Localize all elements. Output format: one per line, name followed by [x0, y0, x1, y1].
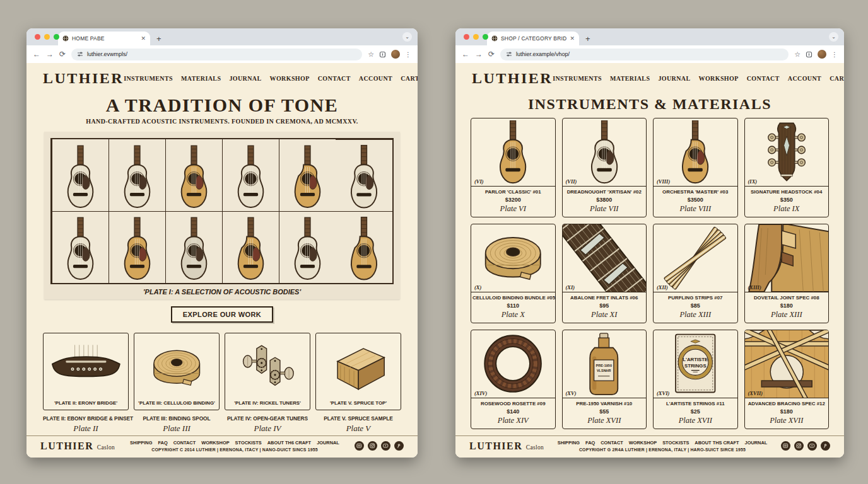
- reload-icon[interactable]: ⟳: [59, 50, 66, 58]
- product-plate: Plate XIV: [472, 416, 554, 425]
- browser-toolbar: ← → ⟳ luthier.example/vhop/ ☆ ⋮: [455, 45, 844, 63]
- nav-item[interactable]: JOURNAL: [229, 75, 261, 82]
- new-tab-icon[interactable]: +: [585, 34, 590, 45]
- title-bar: SHOP / CATEGORY BRID ✕ + ⌄: [455, 28, 844, 45]
- footer-link[interactable]: WORKSHOP: [201, 440, 229, 446]
- nav-item[interactable]: MATERIALS: [610, 75, 650, 82]
- plate-illustration: [134, 333, 219, 398]
- bookmark-star-icon[interactable]: ☆: [368, 50, 374, 59]
- close-window-button[interactable]: [464, 34, 469, 40]
- footer-link[interactable]: CONTACT: [173, 440, 196, 446]
- product-card[interactable]: (XIV) ROSEWOOD ROSETTE #09 $140 Plate XI…: [471, 330, 556, 429]
- nav-item[interactable]: CONTACT: [318, 75, 351, 82]
- forward-icon[interactable]: →: [475, 50, 483, 58]
- menu-dots-icon[interactable]: ⋮: [405, 51, 411, 58]
- nav-item[interactable]: ACCOUNT: [788, 75, 821, 82]
- footer-link[interactable]: WORKSHOP: [629, 440, 657, 446]
- minimize-window-button[interactable]: [473, 34, 479, 40]
- product-roman-tag: (VIII): [657, 178, 670, 185]
- nav-item[interactable]: WORKSHOP: [699, 75, 739, 82]
- forward-icon[interactable]: →: [46, 50, 54, 58]
- footer-link[interactable]: CONTACT: [601, 440, 623, 446]
- new-tab-icon[interactable]: +: [156, 34, 161, 45]
- footer-link[interactable]: FAQ: [585, 440, 595, 446]
- product-card[interactable]: (X) CELLULOID BINDING BUNDLE #05 $110 Pl…: [471, 224, 556, 323]
- bookmark-star-icon[interactable]: ☆: [794, 50, 801, 59]
- product-card[interactable]: L'ARTISTESTRINGS (XVI) L'ARTISTE STRINGS…: [653, 330, 738, 429]
- product-card[interactable]: (VII) DREADNOUGHT 'XRTISAN' #02 $3800 Pl…: [562, 118, 647, 217]
- extensions-icon[interactable]: [379, 51, 386, 58]
- instagram-icon[interactable]: [794, 441, 804, 451]
- product-card[interactable]: (VI) PARLOR 'CLASSIC' #01 $3200 Plate VI: [471, 118, 556, 217]
- site-logo[interactable]: LUTHIER: [43, 70, 124, 87]
- back-icon[interactable]: ←: [33, 50, 40, 58]
- youtube-icon[interactable]: [807, 441, 817, 451]
- back-icon[interactable]: ←: [462, 50, 469, 58]
- pinterest-icon[interactable]: [821, 441, 830, 451]
- product-card[interactable]: (XIII) DOVETAIL JOINT SPEC #08 $180 Plat…: [744, 224, 830, 323]
- plate-card[interactable]: 'PLATE V. SPRUCE TOP' PLATE V. SPRUCE SA…: [315, 333, 401, 434]
- nav-item[interactable]: INSTRUMENTS: [124, 75, 173, 82]
- zoom-window-button[interactable]: [483, 34, 488, 40]
- url-bar[interactable]: luthier.example/vhop/: [500, 49, 789, 60]
- product-card[interactable]: (IX) SIGNATURE HEADSTOCK #04 $350 Plate …: [744, 118, 830, 217]
- site-logo[interactable]: LUTHIER: [472, 70, 553, 87]
- product-card[interactable]: (XVII) ADVANCED BRACING SPEC #12 $180 Pl…: [744, 330, 830, 429]
- plate-roman: Plate V: [315, 424, 401, 434]
- footer-link[interactable]: FAQ: [158, 440, 167, 446]
- nav-item[interactable]: CART: [401, 75, 418, 82]
- product-card[interactable]: PRE-1950VLSNHR (XV) PRE-1950 VARNISH #10…: [562, 330, 647, 429]
- browser-tab[interactable]: SHOP / CATEGORY BRID ✕: [487, 32, 579, 45]
- product-price: $180: [746, 302, 828, 309]
- product-plate: Plate VII: [564, 204, 645, 214]
- tab-search-chevron-icon[interactable]: ⌄: [829, 32, 838, 42]
- mail-icon[interactable]: [781, 441, 790, 451]
- footer-link[interactable]: ABOUT THS CRAFT: [695, 440, 739, 446]
- tab-title: SHOP / CATEGORY BRID: [501, 35, 566, 42]
- plate-card[interactable]: 'PLATE IV: RICKEL TUNERS' PLATE IV: OPEN…: [225, 333, 310, 434]
- youtube-icon[interactable]: [381, 441, 390, 451]
- mail-icon[interactable]: [355, 441, 364, 451]
- footer-link[interactable]: JOURNAL: [317, 440, 339, 446]
- footer-link[interactable]: STOCKISTS: [662, 440, 689, 446]
- browser-tab[interactable]: HOME PABE ✕: [58, 32, 150, 45]
- footer-link[interactable]: ABOUT TH6 CRAFT: [267, 440, 311, 446]
- footer-brand-sub: Caslon: [97, 444, 115, 451]
- menu-dots-icon[interactable]: ⋮: [831, 51, 838, 58]
- product-card[interactable]: (VIII) ORCHESTRA 'MASTER' #03 $3500 Plat…: [653, 118, 738, 217]
- footer-link[interactable]: SHIPPING: [558, 440, 580, 446]
- explore-button[interactable]: EXPLORE OUR WORK: [171, 306, 273, 323]
- product-card[interactable]: (XII) PURFLING STRIPS #07 $85 Plate XIII: [653, 224, 738, 323]
- product-name: PRE-1950 VARNISH #10: [564, 401, 645, 406]
- tab-search-chevron-icon[interactable]: ⌄: [402, 32, 412, 42]
- plate-card[interactable]: 'PLATE II: ERONY BRIDGE' PLATE II: EBONY…: [43, 333, 129, 434]
- nav-item[interactable]: INSTRUMENTS: [553, 75, 602, 82]
- avatar[interactable]: [818, 50, 826, 59]
- product-card[interactable]: (XI) ABALONE FRET INLATS #06 $95 Plate X…: [562, 224, 647, 323]
- footer-link[interactable]: STOCKISTS: [235, 440, 262, 446]
- footer-link[interactable]: JOURNAL: [745, 440, 768, 446]
- product-grid: (VI) PARLOR 'CLASSIC' #01 $3200 Plate VI: [471, 118, 829, 429]
- plate-roman: Plate IV: [225, 424, 310, 434]
- reload-icon[interactable]: ⟳: [488, 50, 495, 58]
- social-icons: [355, 441, 404, 451]
- nav-item[interactable]: CART: [830, 75, 844, 82]
- zoom-window-button[interactable]: [54, 34, 59, 40]
- tab-close-icon[interactable]: ✕: [141, 35, 146, 42]
- instagram-icon[interactable]: [368, 441, 377, 451]
- tab-close-icon[interactable]: ✕: [570, 35, 575, 42]
- pinterest-icon[interactable]: [394, 441, 404, 451]
- avatar[interactable]: [391, 50, 400, 59]
- nav-item[interactable]: ACCOUNT: [359, 75, 392, 82]
- minimize-window-button[interactable]: [44, 34, 50, 40]
- nav-item[interactable]: JOURNAL: [658, 75, 690, 82]
- close-window-button[interactable]: [35, 34, 40, 40]
- nav-item[interactable]: WORKSHOP: [270, 75, 310, 82]
- url-bar[interactable]: luthier.evwmpls/: [71, 49, 362, 60]
- nav-item[interactable]: MATERIALS: [181, 75, 221, 82]
- extensions-icon[interactable]: [806, 51, 812, 58]
- nav-item[interactable]: CONTACT: [747, 75, 780, 82]
- plate-card[interactable]: 'PLATE III: CELLULOID BINDING' PLATE III…: [134, 333, 220, 434]
- product-plate: Plate XVII: [655, 416, 736, 425]
- footer-link[interactable]: SHIPPING: [130, 440, 152, 446]
